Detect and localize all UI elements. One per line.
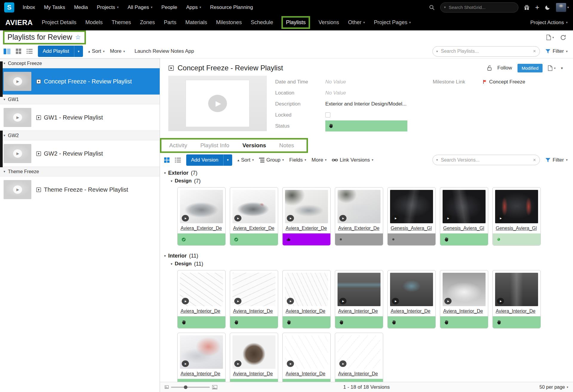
- follow-button[interactable]: Follow: [497, 65, 512, 71]
- version-thumbnail[interactable]: [390, 190, 433, 223]
- version-status-bar[interactable]: [283, 316, 330, 328]
- version-name-link[interactable]: Aviera_Interior_De: [286, 309, 327, 314]
- version-thumbnail[interactable]: [232, 190, 275, 223]
- version-name-link[interactable]: Aviera_Interior_De: [233, 309, 275, 314]
- grid-view-icon[interactable]: [16, 49, 21, 54]
- sidebar-group-header[interactable]: ▾Theme Freeze: [0, 167, 160, 176]
- version-group-header[interactable]: ▾Interior (11): [164, 252, 573, 260]
- field-value[interactable]: No Value: [325, 90, 346, 96]
- version-card[interactable]: Aviera_Interior_De: [492, 270, 541, 329]
- projectnav-item-playlists[interactable]: Playlists: [286, 19, 306, 26]
- locked-checkbox[interactable]: [325, 112, 330, 117]
- add-version-dropdown[interactable]: ▾: [223, 154, 232, 166]
- version-status-bar[interactable]: [230, 316, 278, 328]
- tab-playlist-info[interactable]: Playlist Info: [200, 142, 229, 149]
- topnav-item-my-tasks[interactable]: My Tasks: [44, 4, 65, 10]
- topnav-item-all-pages[interactable]: All Pages▾: [127, 4, 152, 10]
- version-name-link[interactable]: Genesis_Aviera_Gl: [443, 226, 485, 231]
- zoom-slider-handle[interactable]: [184, 385, 187, 389]
- playlist-item[interactable]: GW1 - Review Playlist: [0, 104, 160, 131]
- sidebar-group-header[interactable]: ▾Concept Freeze: [0, 58, 160, 68]
- modified-badge[interactable]: Modified: [517, 64, 543, 72]
- version-name-link[interactable]: Aviera_Interior_De: [181, 371, 222, 376]
- version-thumbnail[interactable]: [232, 273, 275, 306]
- version-thumbnail[interactable]: [338, 190, 381, 223]
- version-card[interactable]: Aviera_Interior_De: [177, 333, 226, 382]
- version-thumbnail[interactable]: [338, 273, 381, 306]
- version-subgroup-header[interactable]: ▾Design (7): [171, 177, 573, 185]
- chevron-down-icon[interactable]: ▾: [444, 5, 446, 9]
- playlist-thumbnail-large[interactable]: [168, 76, 267, 131]
- tab-notes[interactable]: Notes: [279, 142, 294, 149]
- version-status-bar[interactable]: [283, 233, 330, 245]
- project-name[interactable]: AVIERA: [5, 18, 33, 27]
- field-value[interactable]: Exterior and Interior Design/Model...: [325, 101, 406, 107]
- gift-icon[interactable]: [524, 4, 530, 10]
- tab-versions[interactable]: Versions: [242, 142, 266, 149]
- status-field[interactable]: [325, 120, 407, 131]
- refresh-icon[interactable]: [560, 34, 566, 41]
- page-menu[interactable]: ▾: [546, 35, 554, 40]
- versions-search[interactable]: ▾ ×: [432, 155, 540, 165]
- version-name-link[interactable]: Aviera_Exterior_De: [233, 226, 275, 231]
- chevron-down-icon[interactable]: ▾: [436, 158, 438, 162]
- version-name-link[interactable]: Aviera_Interior_De: [233, 371, 275, 376]
- sort-control[interactable]: ▴ Sort ▾: [88, 48, 105, 54]
- version-name-link[interactable]: Aviera_Interior_De: [443, 309, 485, 314]
- projectnav-item-zones[interactable]: Zones: [140, 19, 155, 26]
- version-status-bar[interactable]: [440, 316, 488, 328]
- version-thumbnail[interactable]: [180, 335, 223, 369]
- master-detail-view-icon[interactable]: [4, 49, 10, 54]
- playlists-search[interactable]: ▾ ×: [432, 46, 540, 57]
- version-name-link[interactable]: Genesis_Aviera_Gl: [496, 226, 537, 231]
- version-card[interactable]: Aviera_Interior_De: [440, 270, 488, 329]
- per-page-selector[interactable]: 50 per page ▾: [540, 385, 568, 390]
- shotgrid-logo[interactable]: S: [4, 2, 14, 13]
- version-status-bar[interactable]: [388, 316, 435, 328]
- version-status-bar[interactable]: [440, 233, 488, 245]
- versions-search-input[interactable]: [440, 157, 531, 163]
- sidebar-group-header[interactable]: ▾GW1: [0, 94, 160, 104]
- version-name-link[interactable]: Aviera_Interior_De: [338, 371, 380, 376]
- version-status-bar[interactable]: [388, 233, 435, 245]
- version-thumbnail[interactable]: [180, 190, 223, 223]
- version-name-link[interactable]: Genesis_Aviera_Gl: [391, 226, 432, 231]
- projectnav-item-parts[interactable]: Parts: [164, 19, 176, 26]
- version-subgroup-header[interactable]: ▾Design (11): [171, 260, 573, 268]
- version-status-bar[interactable]: [335, 316, 383, 328]
- fields-menu[interactable]: Fields ▾: [289, 157, 306, 163]
- version-thumbnail[interactable]: [495, 190, 538, 223]
- version-card[interactable]: Aviera_Interior_De: [230, 270, 278, 329]
- page-settings-menu[interactable]: ▾: [548, 65, 555, 71]
- milestone-link[interactable]: Concept Freeze: [483, 79, 525, 85]
- launch-review-notes-app[interactable]: Launch Review Notes App: [135, 48, 194, 54]
- projectnav-item-project-details[interactable]: Project Details: [42, 19, 76, 26]
- version-thumbnail[interactable]: [338, 335, 381, 369]
- projectnav-item-materials[interactable]: Materials: [185, 19, 207, 26]
- version-status-bar[interactable]: [493, 233, 540, 245]
- version-card[interactable]: Aviera_Interior_De: [387, 270, 436, 329]
- version-thumbnail[interactable]: [180, 273, 223, 306]
- collapse-detail-chevron[interactable]: ▾: [561, 66, 563, 70]
- version-status-bar[interactable]: [178, 316, 225, 328]
- version-name-link[interactable]: Aviera_Interior_De: [496, 309, 537, 314]
- topnav-item-inbox[interactable]: Inbox: [23, 4, 35, 10]
- version-thumbnail[interactable]: [495, 273, 538, 306]
- topnav-item-apps[interactable]: Apps▾: [186, 4, 201, 10]
- version-status-bar[interactable]: [335, 379, 383, 382]
- global-search-input[interactable]: [448, 4, 514, 10]
- topnav-item-media[interactable]: Media: [74, 4, 88, 10]
- topnav-item-projects[interactable]: Projects▾: [97, 4, 118, 10]
- versions-filter[interactable]: Filter ▾: [545, 157, 568, 163]
- version-status-bar[interactable]: [493, 316, 540, 328]
- projectnav-item-other[interactable]: Other▾: [348, 19, 365, 26]
- version-name-link[interactable]: Aviera_Interior_De: [286, 371, 327, 376]
- clear-search-icon[interactable]: ×: [533, 49, 536, 54]
- tab-activity[interactable]: Activity: [169, 142, 187, 149]
- projectnav-item-project-pages[interactable]: Project Pages▾: [374, 19, 411, 26]
- version-card[interactable]: Aviera_Interior_De: [282, 333, 331, 382]
- versions-sort-control[interactable]: ▴ Sort ▾: [238, 157, 254, 163]
- version-card[interactable]: Aviera_Exterior_De: [282, 187, 331, 246]
- link-versions-menu[interactable]: Link Versions ▾: [332, 157, 373, 163]
- global-search[interactable]: ▾: [440, 2, 518, 13]
